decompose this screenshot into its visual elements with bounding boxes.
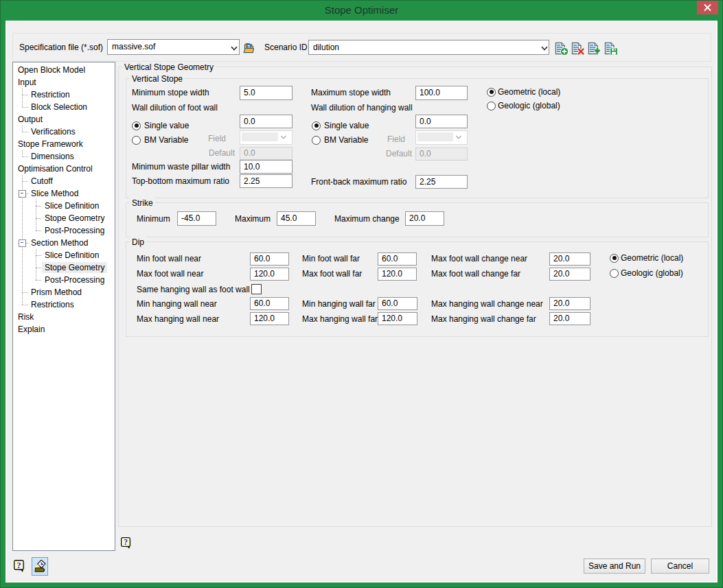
- svg-text:?: ?: [124, 538, 128, 546]
- svg-text:?: ?: [16, 561, 21, 570]
